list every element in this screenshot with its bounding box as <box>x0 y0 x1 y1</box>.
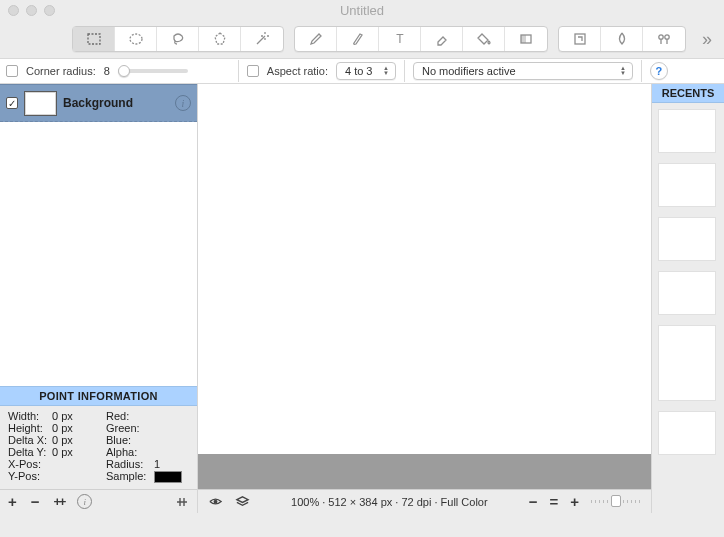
svg-point-9 <box>214 500 218 504</box>
zoom-slider[interactable] <box>591 500 641 503</box>
canvas-viewport[interactable] <box>198 84 651 454</box>
edit-tools <box>558 26 686 52</box>
green-label: Green: <box>106 422 154 434</box>
sample-swatch <box>154 471 182 483</box>
text-tool[interactable]: T <box>379 27 421 51</box>
svg-point-7 <box>659 35 663 39</box>
svg-point-1 <box>130 34 142 44</box>
layer-name: Background <box>63 96 169 110</box>
aspect-ratio-label: Aspect ratio: <box>267 65 328 77</box>
aspect-ratio-dropdown[interactable]: 4 to 3 ▲▼ <box>336 62 396 80</box>
crop-tool[interactable] <box>559 27 601 51</box>
radius-value: 1 <box>154 458 189 470</box>
fill-tool[interactable] <box>463 27 505 51</box>
recents-heading: RECENTS <box>652 84 724 103</box>
layer-row[interactable]: ✓ Background i <box>0 84 197 122</box>
selection-tools <box>72 26 284 52</box>
status-bar: 100% · 512 × 384 px · 72 dpi · Full Colo… <box>198 489 651 513</box>
paint-tools: T <box>294 26 548 52</box>
recent-thumb[interactable] <box>658 109 716 153</box>
alpha-label: Alpha: <box>106 446 154 458</box>
ypos-label: Y-Pos: <box>8 470 52 483</box>
eraser-tool[interactable] <box>421 27 463 51</box>
updown-icon: ▲▼ <box>381 63 391 79</box>
green-value <box>154 422 189 434</box>
layer-info-button[interactable]: i <box>77 494 92 509</box>
layer-info-icon[interactable]: i <box>175 95 191 111</box>
svg-rect-5 <box>521 35 526 43</box>
main-area: ✓ Background i POINT INFORMATION Width: … <box>0 84 724 513</box>
zoom-out-button[interactable]: − <box>529 493 538 510</box>
ypos-value <box>52 470 106 483</box>
layer-visibility-checkbox[interactable]: ✓ <box>6 97 18 109</box>
svg-text:T: T <box>396 32 404 46</box>
xpos-label: X-Pos: <box>8 458 52 470</box>
align-button[interactable] <box>175 495 189 509</box>
window-title: Untitled <box>0 3 724 18</box>
polygon-select-tool[interactable] <box>199 27 241 51</box>
wand-tool[interactable] <box>241 27 283 51</box>
radius-label: Radius: <box>106 458 154 470</box>
preview-button[interactable] <box>208 494 223 509</box>
deltay-label: Delta Y: <box>8 446 52 458</box>
lasso-tool[interactable] <box>157 27 199 51</box>
red-label: Red: <box>106 410 154 422</box>
aspect-ratio-value: 4 to 3 <box>345 65 373 77</box>
separator <box>641 60 642 82</box>
point-info-panel: Width: 0 px Red: Height: 0 px Green: Del… <box>0 406 197 489</box>
corner-radius-checkbox[interactable] <box>6 65 18 77</box>
corner-radius-slider[interactable] <box>118 69 188 73</box>
height-label: Height: <box>8 422 52 434</box>
svg-rect-0 <box>88 34 100 44</box>
svg-marker-2 <box>215 33 225 44</box>
layers-panel: ✓ Background i <box>0 84 197 386</box>
modifiers-dropdown[interactable]: No modifiers active ▲▼ <box>413 62 633 80</box>
alpha-value <box>154 446 189 458</box>
svg-point-8 <box>665 35 669 39</box>
layers-button[interactable] <box>235 494 250 509</box>
aspect-ratio-checkbox[interactable] <box>247 65 259 77</box>
duplicate-layer-button[interactable]: + + <box>54 494 64 509</box>
corner-radius-label: Corner radius: <box>26 65 96 77</box>
blur-tool[interactable] <box>601 27 643 51</box>
recent-thumb[interactable] <box>658 411 716 455</box>
pencil-tool[interactable] <box>295 27 337 51</box>
recent-thumb[interactable] <box>658 163 716 207</box>
separator <box>404 60 405 82</box>
sample-label: Sample: <box>106 470 154 483</box>
modifiers-value: No modifiers active <box>422 65 516 77</box>
clone-tool[interactable] <box>643 27 685 51</box>
zoom-in-button[interactable]: + <box>570 493 579 510</box>
gradient-tool[interactable] <box>505 27 547 51</box>
toolbar: T ›› <box>0 20 724 58</box>
canvas[interactable] <box>198 84 651 454</box>
help-button[interactable]: ? <box>650 62 668 80</box>
add-layer-button[interactable]: + <box>8 493 17 510</box>
left-panel: ✓ Background i POINT INFORMATION Width: … <box>0 84 198 513</box>
width-value: 0 px <box>52 410 106 422</box>
rect-select-tool[interactable] <box>73 27 115 51</box>
corner-radius-value: 8 <box>104 65 110 77</box>
svg-rect-6 <box>575 34 585 44</box>
blue-label: Blue: <box>106 434 154 446</box>
xpos-value <box>52 458 106 470</box>
layer-thumbnail <box>24 91 57 116</box>
toolbar-overflow[interactable]: ›› <box>696 29 716 50</box>
status-text: 100% · 512 × 384 px · 72 dpi · Full Colo… <box>262 496 517 508</box>
zoom-fit-button[interactable]: = <box>549 493 558 510</box>
blue-value <box>154 434 189 446</box>
recent-thumb[interactable] <box>658 271 716 315</box>
layer-footer: + − + + i <box>0 489 197 513</box>
brush-tool[interactable] <box>337 27 379 51</box>
deltax-value: 0 px <box>52 434 106 446</box>
recent-thumb[interactable] <box>658 217 716 261</box>
point-info-heading: POINT INFORMATION <box>0 386 197 406</box>
options-bar: Corner radius: 8 Aspect ratio: 4 to 3 ▲▼… <box>0 58 724 84</box>
separator <box>238 60 239 82</box>
recent-thumb[interactable] <box>658 325 716 401</box>
remove-layer-button[interactable]: − <box>31 493 40 510</box>
ellipse-select-tool[interactable] <box>115 27 157 51</box>
deltax-label: Delta X: <box>8 434 52 446</box>
titlebar: Untitled <box>0 0 724 20</box>
width-label: Width: <box>8 410 52 422</box>
